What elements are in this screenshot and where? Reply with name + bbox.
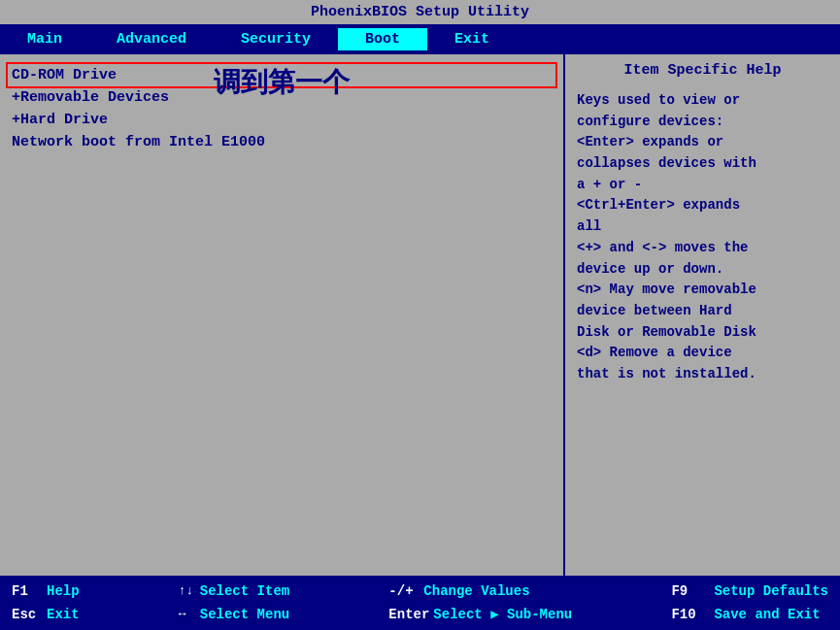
- status-group-f1-esc: F1 Help Esc Exit: [12, 576, 80, 630]
- menu-item-main[interactable]: Main: [0, 28, 89, 50]
- status-bar: F1 Help Esc Exit ↑↓ Select Item ↔ Select…: [0, 576, 840, 630]
- status-group-values: -/+ Change Values Enter Select ▶ Sub-Men…: [388, 576, 572, 630]
- desc-select-submenu: Select ▶ Sub-Menu: [433, 606, 572, 623]
- boot-item-network[interactable]: Network boot from Intel E1000: [8, 131, 555, 153]
- desc-help: Help: [47, 582, 80, 600]
- status-line-leftright: ↔ Select Menu: [179, 606, 289, 623]
- key-f1: F1: [12, 582, 43, 600]
- chinese-label: 调到第一个: [214, 64, 350, 101]
- key-esc: Esc: [12, 606, 43, 623]
- status-line-esc: Esc Exit: [12, 606, 80, 623]
- status-line-change: -/+ Change Values: [388, 582, 572, 600]
- help-text: Keys used to view or configure devices: …: [577, 90, 828, 385]
- right-panel: Item Specific Help Keys used to view or …: [563, 54, 840, 576]
- desc-exit: Exit: [47, 606, 80, 623]
- app-title: PhoenixBIOS Setup Utility: [311, 4, 529, 20]
- left-panel: CD-ROM Drive 调到第一个 +Removable Devices +H…: [0, 54, 563, 576]
- key-enter: Enter: [388, 606, 429, 623]
- key-minus-plus: -/+: [388, 582, 420, 600]
- desc-setup-defaults: Setup Defaults: [714, 582, 828, 600]
- status-line-f10: F10 Save and Exit: [671, 606, 828, 623]
- desc-change-values: Change Values: [423, 582, 529, 600]
- help-title: Item Specific Help: [577, 62, 828, 79]
- status-group-arrows: ↑↓ Select Item ↔ Select Menu: [179, 576, 289, 630]
- arrow-leftright: ↔: [179, 607, 196, 623]
- menu-item-security[interactable]: Security: [214, 28, 338, 50]
- status-line-updown: ↑↓ Select Item: [179, 582, 289, 600]
- status-line-enter: Enter Select ▶ Sub-Menu: [388, 606, 572, 623]
- boot-item-hard-drive[interactable]: +Hard Drive: [8, 109, 555, 131]
- menu-bar: Main Advanced Security Boot Exit: [0, 24, 840, 54]
- desc-select-item: Select Item: [200, 582, 289, 600]
- main-content: CD-ROM Drive 调到第一个 +Removable Devices +H…: [0, 54, 840, 576]
- status-line-f1: F1 Help: [12, 582, 80, 600]
- key-f9: F9: [671, 582, 710, 600]
- menu-item-exit[interactable]: Exit: [427, 28, 517, 50]
- desc-save-exit: Save and Exit: [714, 606, 820, 623]
- status-bar-inner: F1 Help Esc Exit ↑↓ Select Item ↔ Select…: [0, 576, 840, 630]
- arrow-updown: ↑↓: [179, 583, 196, 600]
- menu-item-boot[interactable]: Boot: [338, 28, 427, 50]
- title-bar: PhoenixBIOS Setup Utility: [0, 0, 840, 24]
- desc-select-menu: Select Menu: [200, 606, 289, 623]
- status-group-f9-f10: F9 Setup Defaults F10 Save and Exit: [671, 576, 828, 630]
- key-f10: F10: [671, 606, 710, 623]
- menu-item-advanced[interactable]: Advanced: [89, 28, 214, 50]
- status-line-f9: F9 Setup Defaults: [671, 582, 828, 600]
